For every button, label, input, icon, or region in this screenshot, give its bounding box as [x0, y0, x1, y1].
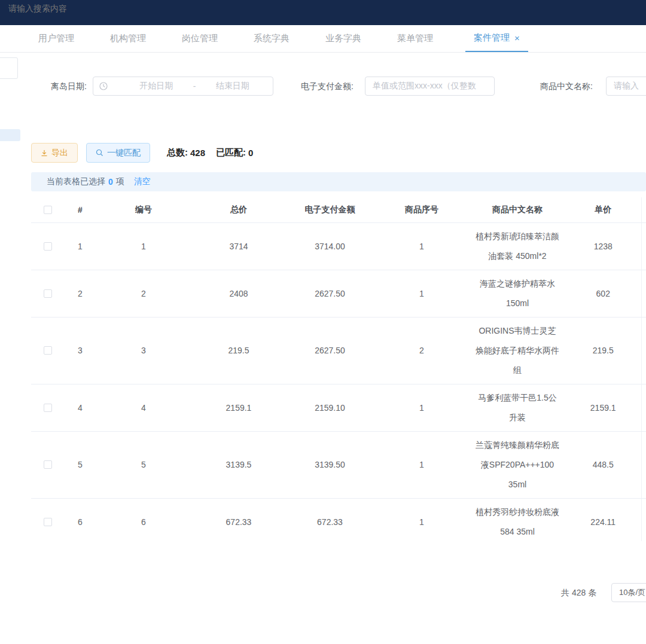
date-separator: -: [191, 81, 199, 91]
column-header: 编号: [96, 197, 191, 222]
date-range-label: 离岛日期:: [51, 77, 87, 96]
cell-index: 1: [65, 222, 96, 270]
cell-total-price: 2159.1: [191, 384, 286, 431]
date-start-placeholder: 开始日期: [122, 81, 191, 91]
payment-amount-label: 电子支付金额:: [301, 77, 354, 96]
row-checkbox[interactable]: [44, 346, 52, 355]
column-header: 商品中文名称: [470, 197, 565, 222]
cell-total-price: 219.5: [191, 317, 286, 384]
tab-label: 菜单管理: [397, 33, 433, 44]
cell-index: 2: [65, 270, 96, 317]
cell-total-price: 3714: [191, 222, 286, 270]
tab-item-4[interactable]: 系统字典: [250, 25, 293, 52]
cell-product-name: 植村秀新琥珀臻萃洁颜油套装 450ml*2: [470, 222, 565, 270]
total-value: 428: [190, 148, 205, 158]
cell-code: 2: [96, 270, 191, 317]
date-range-input[interactable]: 开始日期 - 结束日期: [93, 77, 273, 96]
cell-code: 1: [96, 222, 191, 270]
cell-unit-price: 2159.1: [565, 384, 641, 431]
cell-product-seq: 1: [374, 498, 470, 541]
export-button-label: 导出: [51, 148, 68, 158]
selection-suffix: 项: [116, 176, 124, 187]
selection-info-bar: 当前表格已选择 0 项 清空: [31, 172, 646, 191]
tab-label: 岗位管理: [182, 33, 218, 44]
total-label: 总数:: [167, 147, 188, 158]
tab-label: 机构管理: [110, 33, 146, 44]
data-table: #编号总价电子支付金额商品序号商品中文名称单价 1137143714.001植村…: [31, 197, 646, 541]
cell-extra: [641, 222, 646, 270]
cell-unit-price: 219.5: [565, 317, 641, 384]
payment-amount-placeholder: 单值或范围xxx-xxx（仅整数: [373, 81, 476, 91]
table-row: 2224082627.501海蓝之谜修护精萃水 150ml602: [31, 270, 646, 317]
clear-selection-link[interactable]: 清空: [134, 176, 151, 187]
match-button-label: 一键匹配: [107, 148, 141, 158]
filter-row: 离岛日期: 开始日期 - 结束日期 电子支付金额: 单值或范围xxx-xxx（仅…: [0, 77, 646, 96]
tab-label: 案件管理: [474, 32, 510, 44]
cell-product-seq: 2: [374, 317, 470, 384]
payment-amount-input[interactable]: 单值或范围xxx-xxx（仅整数: [365, 77, 495, 96]
tab-bar: 用户管理机构管理岗位管理系统字典业务字典菜单管理案件管理×: [0, 25, 646, 53]
cell-extra: [641, 431, 646, 498]
cell-extra: [641, 384, 646, 431]
tab-item-5[interactable]: 业务字典: [322, 25, 365, 52]
matched-label: 已匹配:: [216, 147, 246, 158]
cell-index: 4: [65, 384, 96, 431]
cell-unit-price: 224.11: [565, 498, 641, 541]
global-search-input[interactable]: [8, 4, 188, 13]
table-row: 33219.52627.502ORIGINS韦博士灵芝焕能好底子精华水两件组21…: [31, 317, 646, 384]
left-edge-stub: [0, 129, 20, 141]
cell-extra: [641, 498, 646, 541]
cell-paid-amount: 2627.50: [286, 317, 374, 384]
tab-label: 用户管理: [38, 33, 74, 44]
column-header: #: [65, 197, 96, 222]
tab-item-1[interactable]: 用户管理: [35, 25, 78, 52]
product-name-input[interactable]: 请输入: [606, 77, 646, 96]
export-button[interactable]: 导出: [31, 143, 78, 163]
cell-index: 6: [65, 498, 96, 541]
cell-unit-price: 602: [565, 270, 641, 317]
selection-prefix: 当前表格已选择: [47, 176, 105, 187]
row-checkbox[interactable]: [44, 242, 52, 251]
tab-label: 业务字典: [325, 33, 361, 44]
cell-product-seq: 1: [374, 270, 470, 317]
cell-unit-price: 448.5: [565, 431, 641, 498]
cell-product-name: 兰蔻菁纯臻颜精华粉底液SPF20PA+++100 35ml: [470, 431, 565, 498]
cell-product-seq: 1: [374, 431, 470, 498]
pagination-total: 共 428 条: [561, 583, 596, 602]
cell-paid-amount: 3714.00: [286, 222, 374, 270]
table-row: 442159.12159.101马爹利蓝带干邑1.5公升装2159.1: [31, 384, 646, 431]
cell-total-price: 3139.5: [191, 431, 286, 498]
table-row: 66672.33672.331植村秀羽纱持妆粉底液 584 35ml224.11: [31, 498, 646, 541]
cell-code: 3: [96, 317, 191, 384]
tab-item-2[interactable]: 机构管理: [106, 25, 150, 52]
row-checkbox[interactable]: [44, 518, 52, 526]
one-click-match-button[interactable]: 一键匹配: [86, 143, 150, 163]
cell-index: 3: [65, 317, 96, 384]
page-size-select[interactable]: 10条/页: [611, 583, 646, 602]
search-icon: [96, 149, 103, 157]
cell-paid-amount: 2627.50: [286, 270, 374, 317]
tab-item-7[interactable]: 案件管理×: [465, 25, 528, 52]
cell-product-name: 马爹利蓝带干邑1.5公升装: [470, 384, 565, 431]
collapsed-panel-stub: [0, 57, 18, 79]
cell-extra: [641, 270, 646, 317]
cell-unit-price: 1238: [565, 222, 641, 270]
cell-code: 4: [96, 384, 191, 431]
cell-code: 5: [96, 431, 191, 498]
cell-total-price: 672.33: [191, 498, 286, 541]
row-checkbox[interactable]: [44, 460, 52, 469]
row-checkbox[interactable]: [44, 404, 52, 412]
table-header-row: #编号总价电子支付金额商品序号商品中文名称单价: [31, 197, 646, 222]
cell-code: 6: [96, 498, 191, 541]
cell-product-seq: 1: [374, 222, 470, 270]
tab-item-6[interactable]: 菜单管理: [394, 25, 437, 52]
tab-item-3[interactable]: 岗位管理: [178, 25, 221, 52]
table-row: 553139.53139.501兰蔻菁纯臻颜精华粉底液SPF20PA+++100…: [31, 431, 646, 498]
tab-close-icon[interactable]: ×: [514, 33, 520, 43]
product-name-label: 商品中文名称:: [540, 77, 593, 96]
select-all-checkbox[interactable]: [44, 206, 52, 214]
row-checkbox[interactable]: [44, 289, 52, 298]
cell-extra: [641, 317, 646, 384]
cell-paid-amount: 2159.10: [286, 384, 374, 431]
tab-label: 系统字典: [254, 33, 290, 44]
